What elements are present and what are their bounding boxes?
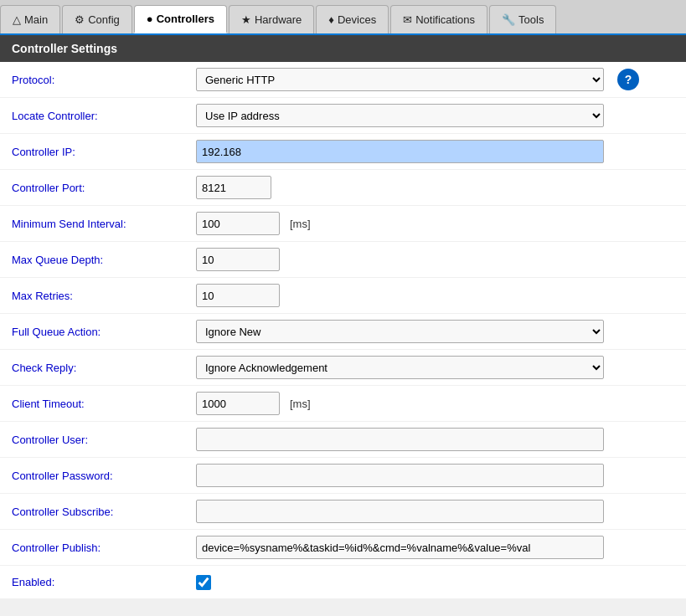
- tools-icon: 🔧: [502, 13, 515, 26]
- locate-controller-label: Locate Controller:: [12, 110, 196, 122]
- help-button[interactable]: ?: [617, 69, 639, 90]
- full-queue-action-row: Full Queue Action: Ignore NewDrop Oldest…: [0, 314, 686, 350]
- controller-ip-control: [196, 140, 674, 163]
- controller-ip-row: Controller IP:: [0, 134, 686, 170]
- controller-port-label: Controller Port:: [12, 182, 196, 194]
- section-header: Controller Settings: [0, 35, 686, 62]
- controller-password-input[interactable]: [196, 464, 604, 487]
- max-queue-depth-input[interactable]: [196, 248, 280, 271]
- controller-user-input[interactable]: [196, 428, 604, 451]
- check-reply-select[interactable]: Ignore AcknowledgementCheck Acknowledgem…: [196, 356, 604, 379]
- max-retries-input[interactable]: [196, 284, 280, 307]
- tab-hardware[interactable]: ★ Hardware: [229, 5, 314, 33]
- max-retries-row: Max Retries:: [0, 278, 686, 314]
- tab-controllers[interactable]: ● Controllers: [134, 5, 227, 33]
- tab-devices[interactable]: ♦ Devices: [316, 5, 389, 33]
- tab-config[interactable]: ⚙ Config: [62, 5, 132, 33]
- controller-subscribe-row: Controller Subscribe:: [0, 494, 686, 530]
- check-reply-row: Check Reply: Ignore AcknowledgementCheck…: [0, 350, 686, 386]
- max-queue-depth-control: [196, 248, 674, 271]
- min-send-interval-input[interactable]: [196, 212, 280, 235]
- full-queue-action-select[interactable]: Ignore NewDrop OldestDrop All: [196, 320, 604, 343]
- min-send-interval-label: Minimum Send Interval:: [12, 218, 196, 230]
- protocol-row: Protocol: Generic HTTPHTTPTCPUDPMQTT ?: [0, 62, 686, 98]
- notifications-icon: ✉: [403, 13, 412, 26]
- controller-password-row: Controller Password:: [0, 458, 686, 494]
- max-queue-depth-label: Max Queue Depth:: [12, 254, 196, 266]
- locate-controller-row: Locate Controller: Use IP addressUse hos…: [0, 98, 686, 134]
- min-send-interval-row: Minimum Send Interval: [ms]: [0, 206, 686, 242]
- controllers-icon: ●: [147, 13, 153, 25]
- client-timeout-row: Client Timeout: [ms]: [0, 386, 686, 422]
- section-title: Controller Settings: [12, 42, 117, 55]
- min-send-interval-units: [ms]: [290, 218, 311, 230]
- controller-password-label: Controller Password:: [12, 470, 196, 482]
- max-retries-control: [196, 284, 674, 307]
- full-queue-action-control: Ignore NewDrop OldestDrop All: [196, 320, 674, 343]
- controller-subscribe-label: Controller Subscribe:: [12, 506, 196, 518]
- controller-port-control: [196, 176, 674, 199]
- tab-hardware-label: Hardware: [255, 13, 302, 26]
- config-icon: ⚙: [75, 13, 85, 26]
- tab-devices-label: Devices: [338, 13, 376, 26]
- client-timeout-units: [ms]: [290, 398, 311, 410]
- tab-controllers-label: Controllers: [157, 13, 214, 25]
- controller-port-row: Controller Port:: [0, 170, 686, 206]
- tab-config-label: Config: [88, 13, 120, 26]
- content-area: Protocol: Generic HTTPHTTPTCPUDPMQTT ? L…: [0, 62, 686, 599]
- protocol-select[interactable]: Generic HTTPHTTPTCPUDPMQTT: [196, 68, 604, 91]
- controller-publish-control: [196, 536, 674, 559]
- controller-ip-label: Controller IP:: [12, 146, 196, 158]
- tab-main-label: Main: [24, 13, 48, 26]
- controller-subscribe-input[interactable]: [196, 500, 604, 523]
- locate-controller-select[interactable]: Use IP addressUse hostname: [196, 104, 604, 127]
- hardware-icon: ★: [241, 13, 251, 26]
- client-timeout-label: Client Timeout:: [12, 398, 196, 410]
- controller-ip-input[interactable]: [196, 140, 604, 163]
- controller-user-row: Controller User:: [0, 422, 686, 458]
- controller-password-control: [196, 464, 674, 487]
- check-reply-label: Check Reply:: [12, 362, 196, 374]
- locate-controller-control: Use IP addressUse hostname: [196, 104, 674, 127]
- min-send-interval-control: [ms]: [196, 212, 674, 235]
- check-reply-control: Ignore AcknowledgementCheck Acknowledgem…: [196, 356, 674, 379]
- client-timeout-control: [ms]: [196, 392, 674, 415]
- controller-publish-input[interactable]: [196, 536, 604, 559]
- protocol-label: Protocol:: [12, 74, 196, 86]
- controller-subscribe-control: [196, 500, 674, 523]
- tab-tools[interactable]: 🔧 Tools: [489, 5, 556, 33]
- enabled-row: Enabled:: [0, 566, 686, 599]
- enabled-label: Enabled:: [12, 576, 196, 588]
- tab-notifications[interactable]: ✉ Notifications: [390, 5, 487, 33]
- enabled-control: [196, 575, 674, 590]
- enabled-checkbox[interactable]: [196, 575, 211, 590]
- controller-publish-label: Controller Publish:: [12, 542, 196, 554]
- tab-tools-label: Tools: [518, 13, 544, 26]
- protocol-control: Generic HTTPHTTPTCPUDPMQTT ?: [196, 68, 674, 91]
- tab-notifications-label: Notifications: [415, 13, 475, 26]
- tab-main[interactable]: △ Main: [0, 5, 60, 33]
- main-icon: △: [13, 13, 21, 26]
- controller-port-input[interactable]: [196, 176, 271, 199]
- client-timeout-input[interactable]: [196, 392, 280, 415]
- controller-user-label: Controller User:: [12, 434, 196, 446]
- tab-bar: △ Main ⚙ Config ● Controllers ★ Hardware…: [0, 0, 686, 35]
- controller-publish-row: Controller Publish:: [0, 530, 686, 566]
- controller-user-control: [196, 428, 674, 451]
- devices-icon: ♦: [328, 13, 334, 26]
- full-queue-action-label: Full Queue Action:: [12, 326, 196, 338]
- max-retries-label: Max Retries:: [12, 290, 196, 302]
- max-queue-depth-row: Max Queue Depth:: [0, 242, 686, 278]
